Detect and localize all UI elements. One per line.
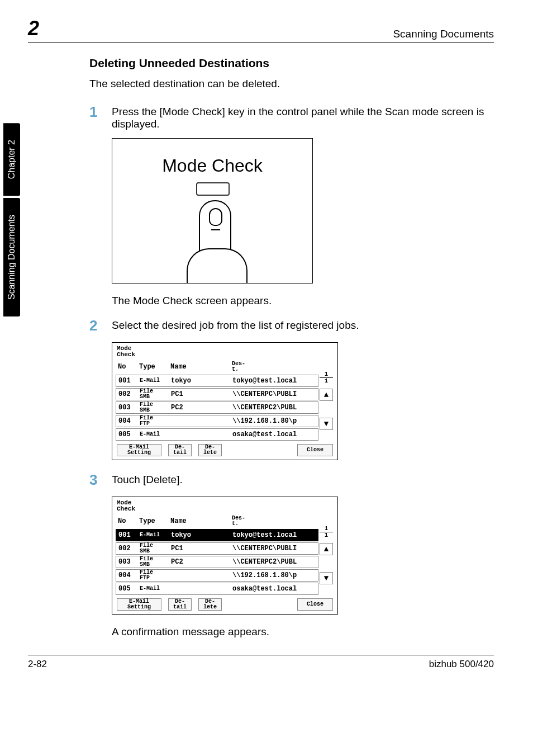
- step-text-2: Select the desired job from the list of …: [112, 317, 488, 332]
- section-title: Deleting Unneeded Destinations: [89, 56, 488, 70]
- email-setting-button[interactable]: E-MailSetting: [117, 598, 161, 611]
- email-setting-button[interactable]: E-MailSetting: [117, 444, 161, 456]
- table-header-row: No Type Name Des-t.: [115, 514, 335, 528]
- screen-title: ModeCheck: [115, 344, 335, 360]
- detail-button[interactable]: De-tail: [168, 598, 192, 611]
- detail-button[interactable]: De-tail: [168, 444, 192, 456]
- pager: 1 1 ▲ ▼: [320, 371, 333, 430]
- table-row-selected[interactable]: 001 E-Mail tokyo tokyo@test.local: [116, 529, 318, 541]
- step-text-3: Touch [Delete].: [112, 471, 488, 486]
- table-row[interactable]: 003 FileSMB PC2 \\CENTERPC2\PUBL: [116, 556, 318, 568]
- step-1-after: The Mode Check screen appears.: [112, 295, 488, 307]
- table-row[interactable]: 005 E-Mail osaka@test.local: [116, 428, 318, 441]
- finger-icon: [199, 200, 231, 262]
- mode-check-label: Mode Check: [112, 155, 312, 176]
- table-row[interactable]: 005 E-Mail osaka@test.local: [116, 583, 318, 595]
- table-row[interactable]: 004 FileFTP \\192.168.1.80\p: [116, 569, 318, 582]
- header-title: Scanning Documents: [393, 28, 494, 40]
- delete-button[interactable]: De-lete: [198, 598, 222, 611]
- table-row[interactable]: 001 E-Mail tokyo tokyo@test.local: [116, 375, 318, 387]
- col-type: Type: [139, 363, 170, 371]
- table-row[interactable]: 002 FileSMB PC1 \\CENTERPC\PUBLI: [116, 542, 318, 555]
- table-row[interactable]: 004 FileFTP \\192.168.1.80\p: [116, 415, 318, 427]
- chapter-number: 2: [28, 17, 39, 40]
- scroll-up-button[interactable]: ▲: [320, 543, 333, 555]
- page-footer: 2-82 bizhub 500/420: [28, 655, 494, 670]
- scroll-down-button[interactable]: ▼: [320, 572, 333, 584]
- table-row[interactable]: 003 FileSMB PC2 \\CENTERPC2\PUBL: [116, 401, 318, 414]
- page-current: 1: [320, 526, 333, 532]
- page-total: 1: [320, 532, 333, 538]
- close-button[interactable]: Close: [297, 444, 333, 456]
- section-intro: The selected destination can be deleted.: [89, 78, 488, 90]
- close-button[interactable]: Close: [297, 598, 333, 611]
- page-current: 1: [320, 371, 333, 378]
- pager: 1 1 ▲ ▼: [320, 526, 333, 584]
- step-number-1: 1: [89, 103, 112, 121]
- sidebar-section-tab: Scanning Documents: [3, 198, 20, 316]
- step-text-1: Press the [Mode Check] key in the contro…: [112, 103, 488, 130]
- mode-check-key: [196, 182, 230, 196]
- page-header: 2 Scanning Documents: [28, 17, 494, 43]
- page-total: 1: [320, 378, 333, 384]
- delete-button[interactable]: De-lete: [198, 444, 222, 456]
- mode-check-illustration: Mode Check: [112, 138, 313, 284]
- step-3-after: A confirmation message appears.: [112, 626, 488, 638]
- table-row[interactable]: 002 FileSMB PC1 \\CENTERPC\PUBLI: [116, 388, 318, 400]
- sidebar-chapter-tab: Chapter 2: [3, 123, 20, 196]
- scroll-up-button[interactable]: ▲: [320, 389, 333, 401]
- screen-title: ModeCheck: [115, 499, 335, 514]
- col-no: No: [118, 363, 139, 371]
- step-number-3: 3: [89, 471, 112, 489]
- col-name: Name: [170, 363, 232, 371]
- mode-check-screen-2: ModeCheck No Type Name Des-t. 001 E-Mail…: [112, 497, 338, 615]
- step-number-2: 2: [89, 317, 112, 334]
- col-dest: Des-t.: [232, 361, 332, 372]
- scroll-down-button[interactable]: ▼: [320, 418, 333, 430]
- table-header-row: No Type Name Des-t.: [115, 360, 335, 374]
- mode-check-screen-1: ModeCheck No Type Name Des-t. 001 E-Mail…: [112, 342, 338, 460]
- product-name: bizhub 500/420: [429, 659, 494, 670]
- page-number: 2-82: [28, 659, 47, 670]
